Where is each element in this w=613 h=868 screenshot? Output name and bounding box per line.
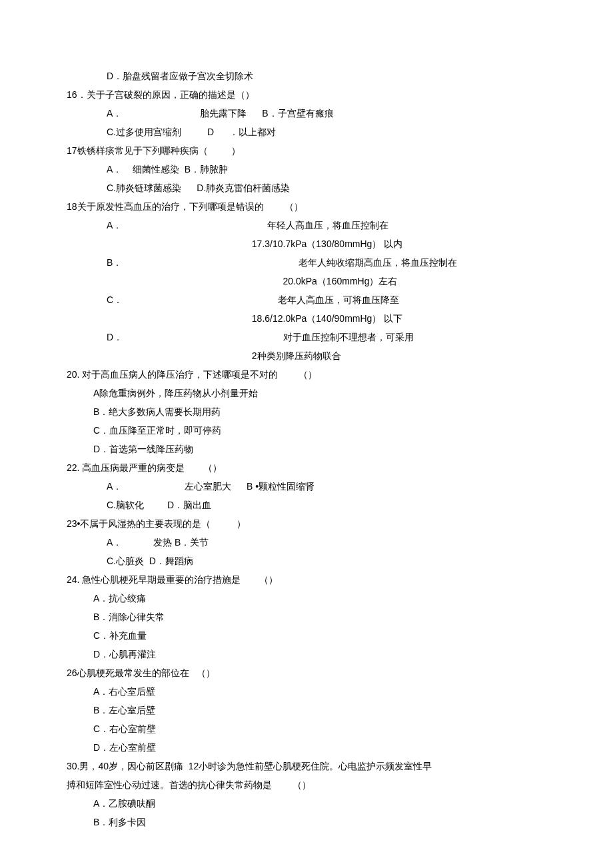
text-line: 搏和短阵室性心动过速。首选的抗心律失常药物是 （） [67,775,546,794]
text-line: 22. 高血压病最严重的病变是 （） [67,458,546,477]
document-body: D．胎盘残留者应做子宫次全切除术16．关于子宫破裂的原因，正确的描述是（）A． … [67,67,546,831]
text-line: A． 发热 B．关节 [67,533,546,552]
text-line: 18.6/12.0kPa（140/90mmHg） 以下 [67,309,546,328]
text-line: A除危重病例外，降压药物从小剂量开始 [67,384,546,402]
text-line: 2种类别降压药物联合 [67,346,546,365]
text-line: 30.男，40岁，因心前区剧痛 12小时诊为急性前壁心肌梗死住院。心电监护示频发… [67,757,546,775]
text-line: 23•不属于风湿热的主要表现的是（ ） [67,514,546,533]
text-line: A． 胎先露下降 B．子宫壁有瘢痕 [67,104,546,123]
text-line: 26心肌梗死最常发生的部位在 （） [67,663,546,682]
text-line: A． 细菌性感染 B．肺脓肿 [67,160,546,179]
text-line: 16．关于子宫破裂的原因，正确的描述是（） [67,85,546,104]
text-line: B．消除心律失常 [67,608,546,626]
text-line: D．胎盘残留者应做子宫次全切除术 [67,67,546,85]
text-line: 24. 急性心肌梗死早期最重要的治疗措施是 （） [67,570,546,589]
text-line: B． 老年人纯收缩期高血压，将血压控制在 [67,253,546,272]
text-line: C.脑软化 D．脑出血 [67,496,546,514]
text-line: C．血压降至正常时，即可停药 [67,421,546,440]
text-line: 17.3/10.7kPa（130/80mmHg） 以内 [67,234,546,253]
text-line: A． 左心室肥大 B •颗粒性固缩肾 [67,477,546,496]
text-line: D．左心室前壁 [67,738,546,757]
text-line: 20.0kPa（160mmHg）左右 [67,272,546,290]
text-line: B．利多卡因 [67,813,546,831]
text-line: C.肺炎链球菌感染 D.肺炎克雷伯杆菌感染 [67,179,546,197]
text-line: C.过多使用宫缩剂 D ．以上都对 [67,123,546,141]
text-line: D．心肌再灌注 [67,645,546,663]
text-line: C.心脏炎 D．舞蹈病 [67,552,546,570]
text-line: 17铁锈样痰常见于下列哪种疾病（ ） [67,141,546,160]
text-line: B．左心室后壁 [67,701,546,719]
text-line: C． 老年人高血压，可将血压降至 [67,290,546,309]
text-line: C．补充血量 [67,626,546,645]
text-line: 20. 对于高血压病人的降压治疗，下述哪项是不对的 （） [67,365,546,384]
text-line: B．绝大多数病人需要长期用药 [67,402,546,421]
text-line: D．首选第一线降压药物 [67,440,546,458]
text-line: A．乙胺碘呋酮 [67,794,546,813]
text-line: D． 对于血压控制不理想者，可采用 [67,328,546,346]
text-line: A．抗心绞痛 [67,589,546,608]
text-line: A． 年轻人高血压，将血压控制在 [67,216,546,234]
text-line: 18关于原发性高血压的治疗，下列哪项是错误的 （） [67,197,546,216]
text-line: A．右心室后壁 [67,682,546,701]
text-line: C．右心室前壁 [67,719,546,738]
